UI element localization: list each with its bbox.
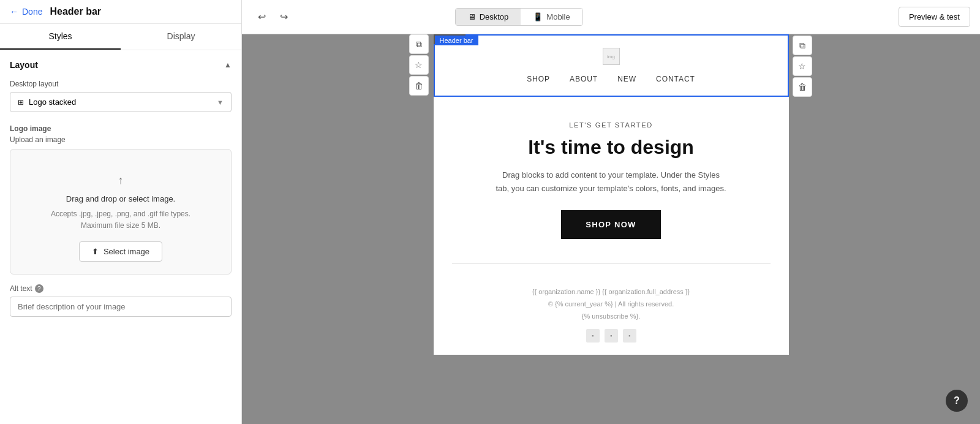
desktop-layout-select[interactable]: ⊞ Logo stacked ▼ [10, 92, 232, 112]
layout-section-header: Layout ▲ [10, 60, 232, 70]
logo-stacked-icon: ⊞ [18, 98, 24, 107]
footer-line2: © {% current_year %} | All rights reserv… [452, 298, 771, 311]
footer-line1: {{ organization.name }} {{ organization.… [452, 286, 771, 298]
desktop-layout-label: Desktop layout [10, 80, 232, 88]
footer-icon-1: ▪ [586, 329, 600, 343]
accepts-text: Accepts .jpg, .jpeg, .png, and .gif file… [51, 208, 190, 232]
logo-placeholder: img [603, 48, 620, 65]
desktop-layout-select-wrapper: ⊞ Logo stacked ▼ [10, 92, 232, 112]
section-left-toolbar: ⧉ ☆ 🗑 [409, 34, 429, 96]
layout-value: Logo stacked [29, 97, 76, 107]
header-content: img SHOP ABOUT NEW CONTACT [435, 36, 788, 96]
hero-section: LET'S GET STARTED It's time to design Dr… [434, 97, 789, 251]
section-copy-button[interactable]: ⧉ [409, 34, 429, 54]
divider [452, 263, 771, 264]
upload-arrow-icon: ⬆ [92, 247, 99, 256]
header-toolbar: ⧉ ☆ 🗑 [793, 36, 812, 97]
layout-section-title: Layout [10, 60, 38, 70]
select-image-label: Select image [104, 247, 149, 256]
alt-text-section: Alt text ? [10, 284, 232, 317]
arrow-left-icon: ← [10, 7, 18, 17]
canvas-container: Section ⧉ ☆ 🗑 Header bar ⧉ ☆ 🗑 [434, 34, 789, 424]
undo-redo-group: ↩ ↪ [252, 7, 293, 27]
footer-line3: {% unsubscribe %}. [452, 311, 771, 323]
email-template: Header bar ⧉ ☆ 🗑 img SHOP ABOUT [434, 34, 789, 355]
desktop-label: Desktop [480, 12, 509, 21]
tab-display[interactable]: Display [121, 24, 241, 50]
logo-image-section-label: Logo image [10, 124, 232, 133]
upload-icon: ↑ [118, 174, 124, 187]
mobile-label: Mobile [546, 12, 570, 21]
header-copy-button[interactable]: ⧉ [793, 36, 812, 55]
nav-link-contact: CONTACT [656, 75, 695, 83]
footer-section: {{ organization.name }} {{ organization.… [434, 276, 789, 354]
upload-label: Upload an image [10, 135, 232, 144]
chevron-up-icon[interactable]: ▲ [224, 61, 232, 69]
select-image-button[interactable]: ⬆ Select image [79, 241, 162, 262]
footer-text: {{ organization.name }} {{ organization.… [452, 286, 771, 322]
main-area: ↩ ↪ 🖥 Desktop 📱 Mobile Preview & test Se… [242, 0, 980, 424]
preview-test-button[interactable]: Preview & test [899, 7, 970, 27]
help-icon[interactable]: ? [35, 284, 43, 293]
hero-eyebrow: LET'S GET STARTED [458, 121, 764, 129]
drag-drop-text: Drag and drop or select image. [66, 194, 175, 203]
mobile-icon: 📱 [533, 12, 543, 21]
nav-link-new: NEW [617, 75, 636, 83]
desktop-icon: 🖥 [468, 12, 476, 21]
logo-image-section: Logo image Upload an image ↑ Drag and dr… [10, 124, 232, 274]
section-star-button[interactable]: ☆ [409, 55, 429, 75]
footer-icons: ▪ ▪ ▪ [452, 329, 771, 343]
left-panel: ← Done Header bar Styles Display Layout … [0, 0, 242, 424]
hero-body: Drag blocks to add content to your templ… [495, 168, 728, 195]
panel-body: Layout ▲ Desktop layout ⊞ Logo stacked ▼… [0, 50, 241, 424]
done-label: Done [22, 7, 42, 17]
nav-link-shop: SHOP [527, 75, 550, 83]
footer-icon-2: ▪ [605, 329, 618, 343]
header-bar-badge: Header bar [435, 36, 478, 45]
cta-button[interactable]: SHOP NOW [561, 210, 660, 239]
panel-title: Header bar [50, 6, 101, 17]
header-delete-button[interactable]: 🗑 [793, 77, 812, 97]
redo-button[interactable]: ↪ [274, 7, 293, 27]
hero-title: It's time to design [458, 136, 764, 159]
done-button[interactable]: ← Done [10, 7, 42, 17]
footer-icon-3: ▪ [623, 329, 636, 343]
dropdown-arrow-icon: ▼ [217, 99, 224, 106]
alt-text-label: Alt text ? [10, 284, 232, 293]
undo-button[interactable]: ↩ [252, 7, 271, 27]
header-section: Header bar ⧉ ☆ 🗑 img SHOP ABOUT [434, 34, 789, 97]
nav-links: SHOP ABOUT NEW CONTACT [447, 75, 775, 83]
header-star-button[interactable]: ☆ [793, 56, 812, 76]
canvas-area: Section ⧉ ☆ 🗑 Header bar ⧉ ☆ 🗑 [242, 34, 980, 424]
alt-text-input[interactable] [10, 297, 232, 317]
desktop-view-button[interactable]: 🖥 Desktop [456, 9, 521, 25]
panel-header: ← Done Header bar [0, 0, 241, 24]
top-bar: ↩ ↪ 🖥 Desktop 📱 Mobile Preview & test [242, 0, 980, 34]
help-button[interactable]: ? [946, 390, 968, 412]
section-delete-button[interactable]: 🗑 [409, 76, 429, 96]
logo-image-preview: img [607, 54, 615, 59]
view-toggle: 🖥 Desktop 📱 Mobile [455, 8, 583, 26]
nav-link-about: ABOUT [570, 75, 598, 83]
upload-area[interactable]: ↑ Drag and drop or select image. Accepts… [10, 149, 232, 274]
alt-text-label-text: Alt text [10, 284, 32, 293]
tab-styles[interactable]: Styles [0, 24, 121, 50]
tabs-bar: Styles Display [0, 24, 241, 50]
mobile-view-button[interactable]: 📱 Mobile [521, 9, 582, 25]
